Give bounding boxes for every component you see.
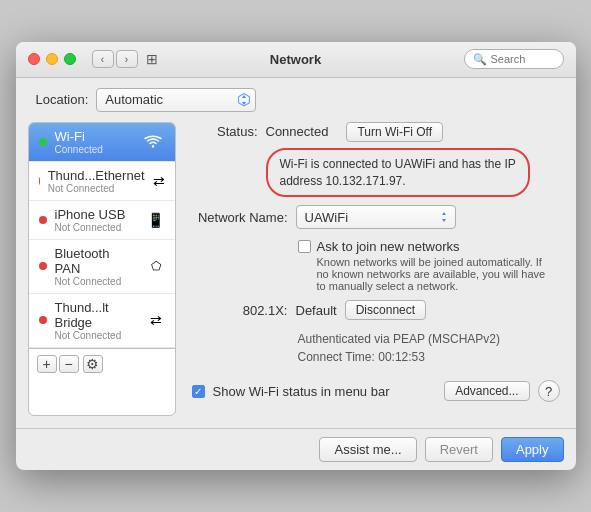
network-window: ‹ › ⊞ Network 🔍 Location: Automatic ⬡ (16, 42, 576, 471)
location-dropdown-icon (239, 93, 249, 107)
forward-button[interactable]: › (116, 50, 138, 68)
search-box[interactable]: 🔍 (464, 49, 564, 69)
apply-button[interactable]: Apply (501, 437, 564, 462)
grid-icon[interactable]: ⊞ (146, 51, 158, 67)
remove-network-button[interactable]: − (59, 355, 79, 373)
status-content: Connected Turn Wi-Fi Off Wi-Fi is connec… (266, 122, 564, 198)
close-button[interactable] (28, 53, 40, 65)
info-message: Wi-Fi is connected to UAWiFi and has the… (280, 157, 516, 188)
network-dropdown-icon (439, 210, 449, 224)
dot1x-value: Default (296, 303, 337, 318)
status-dot-bluetooth (39, 262, 47, 270)
auth-line1: Authenticated via PEAP (MSCHAPv2) (298, 330, 564, 348)
show-wifi-checkbox[interactable] (192, 385, 205, 398)
bluetooth-item-text: Bluetooth PAN Not Connected (55, 246, 139, 287)
location-select[interactable]: Automatic ⬡ (96, 88, 256, 112)
sidebar-item-iphone-usb[interactable]: iPhone USB Not Connected 📱 (29, 201, 175, 240)
sidebar-item-bluetooth[interactable]: Bluetooth PAN Not Connected ⬠ (29, 240, 175, 294)
search-input[interactable] (491, 53, 561, 65)
revert-button[interactable]: Revert (425, 437, 493, 462)
bridge-item-status: Not Connected (55, 330, 139, 341)
iphone-item-name: iPhone USB (55, 207, 139, 222)
sidebar-item-thunderbolt-bridge[interactable]: Thund...lt Bridge Not Connected ⇄ (29, 294, 175, 348)
dot1x-row: 802.1X: Default Disconnect (188, 300, 564, 320)
ask-join-checkbox[interactable] (298, 240, 311, 253)
ethernet-item-text: Thund...Ethernet Not Connected (48, 168, 145, 194)
dot1x-value-row: Default Disconnect (296, 300, 427, 320)
bridge-item-name: Thund...lt Bridge (55, 300, 139, 330)
status-dot-iphone (39, 216, 47, 224)
iphone-item-text: iPhone USB Not Connected (55, 207, 139, 233)
iphone-icon: 📱 (147, 211, 165, 229)
advanced-button[interactable]: Advanced... (444, 381, 529, 401)
status-dot-bridge (39, 316, 47, 324)
minimize-button[interactable] (46, 53, 58, 65)
sidebar-footer: + − ⚙ (29, 348, 175, 379)
wifi-item-status: Connected (55, 144, 133, 155)
add-network-button[interactable]: + (37, 355, 57, 373)
titlebar: ‹ › ⊞ Network 🔍 (16, 42, 576, 78)
network-name-label: Network Name: (188, 210, 288, 225)
info-bubble: Wi-Fi is connected to UAWiFi and has the… (266, 148, 530, 198)
svg-marker-0 (242, 95, 246, 98)
wifi-item-name: Wi-Fi (55, 129, 133, 144)
bottom-bar: Assist me... Revert Apply (16, 428, 576, 470)
ethernet-item-name: Thund...Ethernet (48, 168, 145, 183)
auth-info: Authenticated via PEAP (MSCHAPv2) Connec… (298, 330, 564, 366)
ethernet-item-status: Not Connected (48, 183, 145, 194)
sidebar-item-wifi[interactable]: Wi-Fi Connected (29, 123, 175, 162)
disconnect-button[interactable]: Disconnect (345, 300, 426, 320)
sidebar: Wi-Fi Connected Thund...Eth (28, 122, 176, 417)
location-label: Location: (36, 92, 89, 107)
status-value: Connected (266, 124, 329, 139)
window-title: Network (270, 52, 321, 67)
assist-button[interactable]: Assist me... (319, 437, 416, 462)
show-wifi-row: Show Wi-Fi status in menu bar Advanced..… (188, 380, 564, 402)
iphone-item-status: Not Connected (55, 222, 139, 233)
wifi-item-text: Wi-Fi Connected (55, 129, 133, 155)
bridge-item-text: Thund...lt Bridge Not Connected (55, 300, 139, 341)
gear-menu-button[interactable]: ⚙ (83, 355, 103, 373)
back-button[interactable]: ‹ (92, 50, 114, 68)
network-name-row: Network Name: UAWiFi (188, 205, 564, 229)
bridge-icon: ⇄ (147, 311, 165, 329)
status-label: Status: (188, 122, 258, 139)
ask-join-text: Ask to join new networks Known networks … (317, 239, 546, 292)
dot1x-label: 802.1X: (188, 303, 288, 318)
svg-marker-4 (442, 219, 446, 222)
sidebar-item-thunderbolt-ethernet[interactable]: Thund...Ethernet Not Connected ⇄ (29, 162, 175, 201)
ask-join-desc: Known networks will be joined automatica… (317, 256, 546, 292)
status-dot-wifi (39, 138, 47, 146)
ethernet-icon: ⇄ (153, 172, 165, 190)
traffic-lights (28, 53, 76, 65)
status-row: Status: Connected Turn Wi-Fi Off Wi-Fi i… (188, 122, 564, 198)
svg-marker-3 (442, 212, 446, 215)
fullscreen-button[interactable] (64, 53, 76, 65)
location-bar: Location: Automatic ⬡ (16, 78, 576, 122)
network-name-select[interactable]: UAWiFi (296, 205, 456, 229)
bluetooth-item-status: Not Connected (55, 276, 139, 287)
svg-point-2 (151, 145, 153, 147)
search-icon: 🔍 (473, 53, 487, 66)
ask-join-label: Ask to join new networks (317, 239, 546, 254)
ask-join-row: Ask to join new networks Known networks … (298, 239, 564, 292)
main-panel: Status: Connected Turn Wi-Fi Off Wi-Fi i… (188, 122, 564, 417)
bluetooth-icon: ⬠ (147, 257, 165, 275)
nav-buttons: ‹ › (92, 50, 138, 68)
status-dot-ethernet (39, 177, 40, 185)
content-area: Wi-Fi Connected Thund...Eth (16, 122, 576, 429)
turn-wifi-off-button[interactable]: Turn Wi-Fi Off (346, 122, 443, 142)
help-button[interactable]: ? (538, 380, 560, 402)
network-name-value: UAWiFi (305, 210, 349, 225)
location-value: Automatic (105, 92, 163, 107)
wifi-icon (141, 134, 165, 150)
svg-marker-1 (242, 102, 246, 105)
auth-line2: Connect Time: 00:12:53 (298, 348, 564, 366)
bluetooth-item-name: Bluetooth PAN (55, 246, 139, 276)
show-wifi-label: Show Wi-Fi status in menu bar (213, 384, 437, 399)
